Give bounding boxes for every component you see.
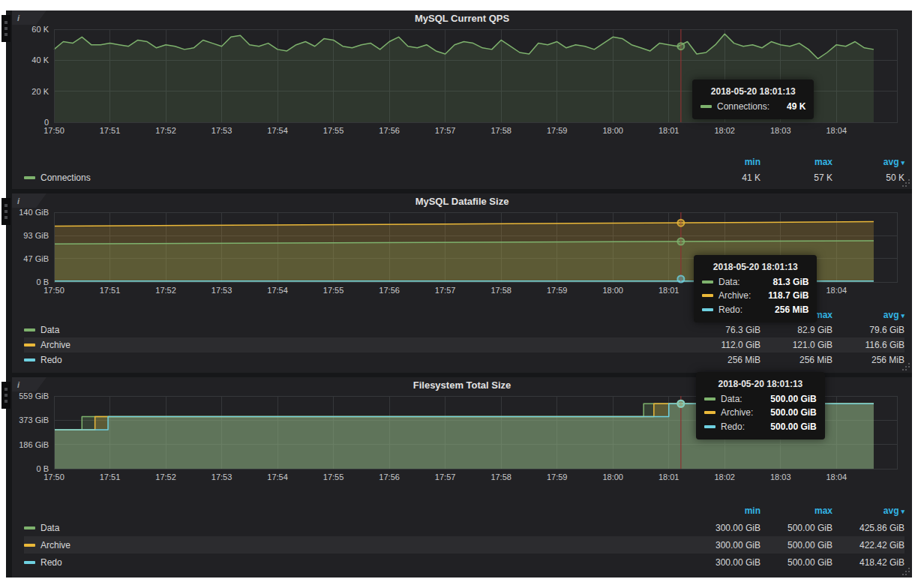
x-axis-label: 18:01 [658, 126, 680, 135]
series-color-dash-icon [704, 425, 716, 428]
panel-drag-handle[interactable] [2, 15, 10, 42]
panel-drag-handle[interactable] [2, 382, 10, 409]
x-axis-label: 18:02 [714, 126, 735, 135]
legend-sort-min[interactable]: min [688, 506, 760, 516]
x-axis-label: 18:04 [826, 126, 848, 135]
legend-row-connections: Connections41 K57 K50 K [24, 170, 904, 185]
resize-handle[interactable] [901, 178, 910, 187]
legend-row-archive: Archive112.0 GiB121.0 GiB116.6 GiB [24, 338, 904, 352]
x-axis-label: 17:53 [212, 286, 232, 295]
x-axis-label: 17:54 [267, 472, 288, 482]
panel-title[interactable]: MySQL Current QPS [12, 10, 912, 26]
legend-sort-avg[interactable]: avg▾ [832, 506, 904, 516]
x-axis-label: 17:54 [267, 286, 288, 295]
stat-avg: 418.42 GiB [832, 557, 904, 568]
legend-series-redo[interactable]: Redo [24, 355, 688, 365]
stat-max: 500.00 GiB [760, 557, 832, 568]
stat-max: 500.00 GiB [760, 523, 832, 533]
y-axis-label: 47 GiB [23, 254, 49, 263]
stat-max: 256 MiB [760, 355, 832, 365]
grafana-dashboard: i MySQL Current QPS 17:5017:5117:5217:53… [6, 10, 912, 578]
x-axis-label: 18:04 [826, 472, 848, 482]
x-axis-label: 17:52 [155, 286, 176, 295]
x-axis-label: 18:00 [602, 286, 623, 295]
legend-sort-min[interactable]: min [688, 157, 760, 167]
x-axis-label: 17:58 [490, 126, 512, 135]
stat-min: 112.0 GiB [688, 340, 760, 350]
panel-drag-handle[interactable] [2, 198, 10, 225]
x-axis-label: 18:03 [770, 126, 791, 135]
x-axis-label: 17:52 [155, 126, 176, 135]
legend-series-data[interactable]: Data [24, 523, 688, 533]
x-axis-label: 17:57 [435, 286, 456, 295]
x-axis-label: 17:51 [100, 286, 121, 295]
tooltip-row: Archive:118.7 GiB [702, 289, 808, 303]
legend-stats-header: minmaxavg▾ [24, 502, 904, 519]
legend-series-archive[interactable]: Archive [24, 540, 688, 550]
x-axis-label: 18:04 [826, 286, 848, 295]
x-axis-label: 18:01 [658, 286, 680, 295]
resize-handle[interactable] [901, 362, 910, 370]
series-color-dash-icon [700, 105, 712, 108]
tooltip-timestamp: 2018-05-20 18:01:13 [702, 260, 808, 274]
series-color-dash-icon [24, 328, 35, 332]
series-color-dash-icon [702, 294, 713, 297]
x-axis-label: 17:58 [490, 286, 512, 295]
x-axis-label: 17:55 [323, 286, 344, 295]
hover-marker [677, 400, 684, 407]
legend-sort-max[interactable]: max [760, 157, 832, 167]
tooltip-series-value: 500.00 GiB [758, 392, 816, 406]
hover-marker [677, 276, 684, 283]
legend-series-connections[interactable]: Connections [24, 172, 688, 183]
tooltip-series-label: Data: [718, 275, 740, 290]
series-name: Connections [40, 172, 91, 183]
legend-sort-avg[interactable]: avg▾ [832, 310, 904, 320]
y-axis-label: 140 GiB [19, 209, 49, 217]
legend-series-archive[interactable]: Archive [24, 340, 688, 350]
series-name: Data [40, 523, 59, 533]
legend-series-data[interactable]: Data [24, 325, 688, 335]
x-axis-label: 17:52 [155, 472, 176, 482]
y-axis-label: 93 GiB [23, 231, 49, 240]
series-name: Redo [40, 557, 62, 568]
panel-title[interactable]: MySQL Datafile Size [12, 194, 912, 209]
stat-min: 76.3 GiB [688, 325, 760, 335]
tooltip-series-value: 500.00 GiB [758, 406, 816, 420]
x-axis-label: 17:50 [44, 472, 64, 482]
caret-down-icon: ▾ [901, 508, 904, 515]
stat-min: 300.00 GiB [688, 557, 760, 568]
tooltip-series-label: Data: [721, 392, 742, 406]
tooltip-row: Connections:49 K [700, 100, 806, 114]
x-axis-label: 17:50 [44, 286, 64, 295]
legend-row-data: Data300.00 GiB500.00 GiB425.86 GiB [24, 519, 904, 536]
y-axis-label: 0 B [36, 278, 49, 286]
legend-sort-avg[interactable]: avg▾ [832, 157, 904, 167]
tooltip-series-label: Connections: [717, 100, 770, 114]
tooltip-series-label: Archive: [718, 289, 751, 303]
x-axis-label: 17:57 [435, 126, 456, 135]
x-axis-label: 18:02 [714, 472, 735, 482]
tooltip-row: Redo:500.00 GiB [704, 420, 817, 434]
caret-down-icon: ▾ [901, 312, 904, 320]
legend-sort-max[interactable]: max [760, 506, 832, 516]
y-axis-label: 40 K [32, 56, 49, 64]
x-axis-label: 17:59 [547, 286, 568, 295]
stat-avg: 79.6 GiB [832, 325, 904, 335]
info-icon: i [12, 194, 20, 208]
series-color-dash-icon [24, 544, 35, 547]
legend-row-redo: Redo300.00 GiB500.00 GiB418.42 GiB [24, 554, 904, 571]
y-axis-label: 0 B [36, 464, 49, 473]
stat-avg: 116.6 GiB [832, 340, 904, 350]
x-axis-label: 17:54 [267, 126, 288, 135]
stat-avg: 50 K [832, 172, 904, 183]
x-axis-label: 17:59 [547, 472, 568, 482]
x-axis-label: 17:51 [100, 126, 121, 135]
legend-series-redo[interactable]: Redo [24, 557, 688, 568]
legend-stats-header: minmaxavg▾ [24, 154, 904, 170]
x-axis-label: 17:53 [212, 126, 232, 135]
resize-handle[interactable] [901, 566, 910, 575]
stat-min: 41 K [688, 172, 760, 183]
series-color-dash-icon [704, 398, 716, 400]
x-axis-label: 17:56 [379, 472, 400, 482]
y-axis-label: 186 GiB [19, 440, 49, 449]
